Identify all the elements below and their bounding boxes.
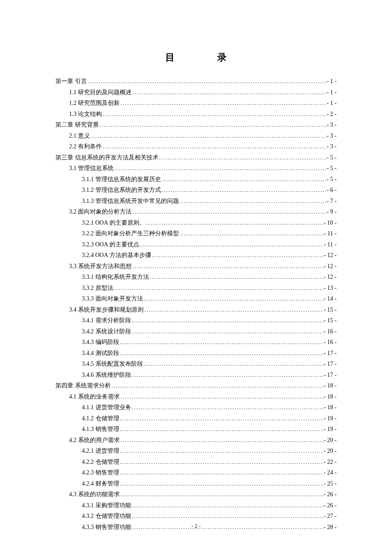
toc-entry: 4.1.3 销售管理- 19 - (55, 424, 337, 435)
toc-leader-dots (119, 413, 324, 424)
toc-entry: 3.4.1 需求分析阶段- 15 - (55, 315, 337, 326)
toc-entry-label: 3.3 系统开发方法和思想 (69, 261, 132, 272)
toc-entry-label: 4.2.4 财务管理 (82, 478, 119, 489)
toc-entry: 4.2.4 财务管理- 25 - (55, 478, 337, 489)
toc-entry: 第四章 系统需求分析- 18 - (55, 380, 337, 391)
toc-entry-label: 3.2.4 OOA 方法的基本步骤 (82, 250, 151, 261)
toc-entry: 3.2.3 OOA 的主要优点- 11 - (55, 239, 337, 250)
toc-entry-page: - 15 - (324, 304, 337, 315)
toc-leader-dots (131, 500, 324, 511)
toc-entry-label: 3.1.2 管理信息系统的开发方式 (82, 185, 161, 196)
toc-entry-page: - 18 - (324, 391, 337, 402)
toc-entry-page: - 25 - (324, 478, 337, 489)
toc-entry: 4.2 系统的用户需求- 20 - (55, 435, 337, 446)
toc-leader-dots (119, 424, 324, 435)
toc-entry-page: - 27 - (324, 511, 337, 522)
toc-entry-label: 3.2.2 面向对象分析产生三种分析模型 (82, 228, 179, 239)
toc-entry-label: 3.2.3 OOA 的主要优点 (82, 239, 139, 250)
toc-leader-dots (111, 380, 324, 391)
toc-entry-page: - 1 - (327, 98, 337, 109)
toc-entry: 3.4.5 系统配置发布阶段- 17 - (55, 358, 337, 370)
toc-entry-page: - 17 - (324, 370, 337, 381)
toc-entry-page: - 1 - (327, 76, 337, 87)
toc-title: 目录 (55, 51, 337, 64)
toc-leader-dots (149, 272, 324, 283)
toc-entry-label: 1.2 研究范围及创新 (69, 98, 120, 109)
toc-entry-label: 4.1.3 销售管理 (82, 424, 119, 435)
toc-entry-label: 4.2.2 仓储管理 (82, 457, 119, 468)
toc-entry-label: 3.4 系统开发步骤和规划原则 (69, 304, 144, 315)
toc-entry-label: 4.1 系统的业务需求 (69, 391, 120, 402)
toc-entry: 4.1.2 仓储管理- 19 - (55, 413, 337, 424)
toc-leader-dots (119, 478, 324, 489)
toc-entry: 3.4.2 系统设计阶段- 16 - (55, 326, 337, 337)
toc-entry: 3.3.1 结构化系统开发方法- 12 - (55, 272, 337, 283)
toc-entry: 3.1.3 管理信息系统开发中常见的问题- 7 - (55, 196, 337, 207)
toc-leader-dots (120, 435, 324, 446)
toc-entry-label: 3.4.2 系统设计阶段 (82, 326, 131, 337)
toc-entry-label: 3.4.5 系统配置发布阶段 (82, 358, 143, 370)
toc-entry-page: - 15 - (324, 315, 337, 326)
toc-leader-dots (102, 141, 327, 152)
toc-leader-dots (159, 152, 327, 163)
toc-leader-dots (132, 87, 327, 98)
toc-entry: 3.2.2 面向对象分析产生三种分析模型- 11 - (55, 228, 337, 239)
toc-entry: 3.2.1 OOA 的主要原则。- 10 - (55, 217, 337, 228)
toc-entry-page: - 16 - (324, 326, 337, 337)
toc-entry: 3.3 系统开发方法和思想- 12 - (55, 261, 337, 272)
toc-entry-page: - 5 - (327, 152, 337, 163)
toc-leader-dots (179, 228, 324, 239)
toc-entry: 4.1 系统的业务需求- 18 - (55, 391, 337, 402)
toc-entry-label: 4.2.3 销售管理 (82, 467, 119, 478)
toc-entry-label: 3.1 管理信息系统 (69, 163, 114, 174)
toc-leader-dots (87, 76, 327, 87)
toc-entry-page: - 5 - (327, 163, 337, 174)
toc-entry: 4.3 系统的功能需求- 26 - (55, 489, 337, 500)
toc-leader-dots (145, 217, 324, 228)
toc-entry-page: - 14 - (324, 293, 337, 304)
toc-entry: 第二章 研究背景- 3 - (55, 119, 337, 130)
toc-entry: 3.1.2 管理信息系统的开发方式- 6 - (55, 185, 337, 196)
toc-entry-page: - 1 - (327, 87, 337, 98)
toc-entry-label: 1.1 研究目的及问题概述 (69, 87, 132, 98)
toc-leader-dots (119, 337, 324, 348)
toc-leader-dots (143, 358, 324, 370)
toc-entry: 3.3.3 面向对象开发方法- 14 - (55, 293, 337, 304)
toc-leader-dots (102, 109, 327, 120)
toc-leader-dots (119, 348, 324, 359)
toc-entry-page: - 3 - (327, 141, 337, 152)
toc-entry-page: - 11 - (324, 228, 337, 239)
toc-entry-page: - 26 - (324, 500, 337, 511)
toc-entry-label: 3.1.1 管理信息系统的发展历史 (82, 174, 161, 185)
toc-entry-page: - 10 - (324, 217, 337, 228)
toc-entry-page: - 26 - (324, 489, 337, 500)
toc-entry: 2.1 意义- 3 - (55, 130, 337, 142)
toc-entry-label: 3.2 面向对象的分析方法 (69, 206, 132, 217)
toc-entry-label: 第一章 引言 (55, 76, 87, 87)
toc-leader-dots (119, 457, 324, 468)
page-number: - 2 - (0, 523, 392, 529)
toc-entry-label: 4.3.1 采购管理功能 (82, 500, 131, 511)
toc-entry-label: 2.2 有利条件 (69, 141, 102, 152)
toc-entry-label: 第二章 研究背景 (55, 119, 99, 130)
toc-entry-page: - 19 - (324, 424, 337, 435)
toc-entry-label: 3.4.4 测试阶段 (82, 348, 119, 359)
toc-entry-page: - 2 - (327, 109, 337, 120)
toc-entry-label: 3.3.1 结构化系统开发方法 (82, 272, 149, 283)
toc-entry-page: - 20 - (324, 445, 337, 457)
toc-leader-dots (139, 239, 324, 250)
toc-entry: 1.2 研究范围及创新- 1 - (55, 98, 337, 109)
toc-leader-dots (132, 206, 327, 217)
toc-leader-dots (131, 370, 324, 381)
toc-leader-dots (120, 489, 324, 500)
toc-entry-page: - 11 - (324, 239, 337, 250)
toc-entry-page: - 12 - (324, 250, 337, 261)
document-page: 目录 第一章 引言- 1 -1.1 研究目的及问题概述- 1 -1.2 研究范围… (0, 0, 392, 555)
toc-entry-label: 第三章 信息系统的开发方法及相关技术 (55, 152, 159, 163)
toc-entry-page: - 18 - (324, 380, 337, 391)
toc-leader-dots (120, 98, 327, 109)
toc-entry: 3.4.4 测试阶段- 17 - (55, 348, 337, 359)
toc-entry-label: 第四章 系统需求分析 (55, 380, 111, 391)
toc-leader-dots (131, 315, 324, 326)
toc-leader-dots (179, 196, 327, 207)
